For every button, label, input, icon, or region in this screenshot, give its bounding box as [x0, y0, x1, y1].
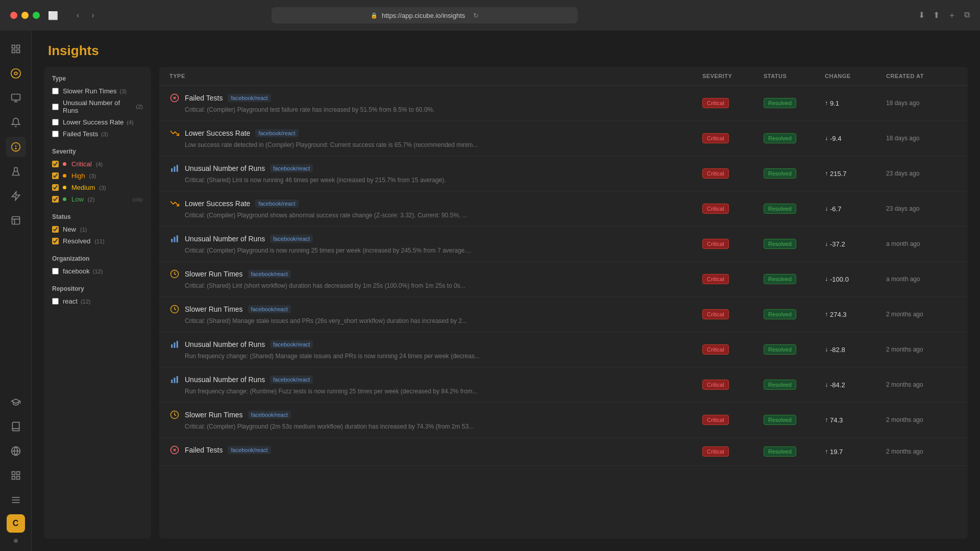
change-arrow-icon: ↓: [825, 205, 828, 212]
svg-rect-19: [12, 477, 15, 480]
table-row[interactable]: Unusual Number of Runs facebook/react Cr…: [159, 227, 968, 262]
severity-checkbox-high[interactable]: [52, 172, 59, 179]
filter-checkbox-failed-tests[interactable]: [52, 131, 59, 137]
severity-cell: Critical: [702, 168, 764, 179]
sidebar-item-logo[interactable]: [6, 63, 26, 84]
filter-item-unusual-runs[interactable]: Unusual Number of Runs (2): [52, 99, 143, 114]
filter-checkbox-unusual-runs[interactable]: [52, 104, 59, 110]
table-row[interactable]: Unusual Number of Runs facebook/react Ru…: [159, 332, 968, 367]
minimize-button[interactable]: [21, 12, 29, 19]
filter-checkbox-lower-success[interactable]: [52, 119, 59, 126]
table-row[interactable]: Unusual Number of Runs facebook/react Ru…: [159, 367, 968, 403]
table-row[interactable]: Slower Run Times facebook/react Critical…: [159, 297, 968, 332]
repo-tag: facebook/react: [248, 411, 291, 419]
svg-rect-38: [171, 380, 173, 383]
avatar[interactable]: C: [7, 514, 25, 533]
page-title: Insights: [48, 43, 964, 59]
severity-badge: Critical: [702, 446, 729, 457]
traffic-lights: [10, 12, 40, 19]
repo-tag: facebook/react: [248, 305, 291, 313]
row-type-cell: Lower Success Rate facebook/react Critic…: [169, 198, 702, 219]
maximize-button[interactable]: [33, 12, 40, 19]
severity-critical[interactable]: Critical (4): [52, 160, 143, 168]
svg-rect-12: [12, 217, 19, 224]
sidebar-item-packages[interactable]: [6, 39, 26, 59]
svg-rect-18: [16, 472, 19, 475]
row-type-header: Failed Tests facebook/react: [169, 93, 702, 103]
repo-tag: facebook/react: [270, 375, 313, 384]
sidebar-item-docs[interactable]: [6, 416, 26, 437]
unusual-runs-icon-2: [169, 234, 180, 244]
severity-label-high: High: [71, 172, 85, 180]
repo-tag: facebook/react: [228, 446, 271, 454]
filter-item-lower-success[interactable]: Lower Success Rate (4): [52, 118, 143, 126]
filter-item-facebook[interactable]: facebook (12): [52, 267, 143, 275]
sidebar-item-grid[interactable]: [6, 465, 26, 486]
slower-runs-icon: [169, 269, 180, 279]
forward-button[interactable]: ›: [87, 9, 98, 22]
org-filter-title: Organization: [52, 255, 143, 262]
change-arrow-icon: ↑: [825, 416, 828, 423]
filter-checkbox-slower-run-times[interactable]: [52, 88, 59, 94]
refresh-icon[interactable]: ↻: [473, 12, 479, 19]
filter-checkbox-facebook[interactable]: [52, 268, 59, 274]
row-type-header: Slower Run Times facebook/react: [169, 269, 702, 279]
close-button[interactable]: [10, 12, 17, 19]
share-icon[interactable]: ⬆: [933, 10, 940, 21]
row-type-cell: Failed Tests facebook/react Critical: (C…: [169, 93, 702, 113]
filter-item-slower-run-times[interactable]: Slower Run Times (3): [52, 87, 143, 95]
svg-rect-28: [174, 166, 176, 172]
change-cell: ↑ 19.7: [825, 448, 886, 456]
filter-checkbox-react[interactable]: [52, 298, 59, 305]
download-icon[interactable]: ⬇: [918, 10, 925, 21]
address-bar[interactable]: 🔒 https://app.cicube.io/insights ↻: [272, 7, 578, 23]
table-row[interactable]: Slower Run Times facebook/react Critical…: [159, 262, 968, 297]
status-resolved[interactable]: Resolved (11): [52, 237, 143, 245]
type-name: Failed Tests: [185, 446, 223, 454]
severity-only-low[interactable]: only: [133, 196, 143, 203]
sidebar-item-reports[interactable]: [6, 210, 26, 231]
table-body: Failed Tests facebook/react Critical: (C…: [159, 86, 968, 539]
sidebar-item-globe[interactable]: [6, 441, 26, 461]
unusual-runs-icon-3: [169, 339, 180, 349]
sidebar-toggle-icon[interactable]: ⬜: [48, 11, 58, 20]
table-row[interactable]: Slower Run Times facebook/react Critical…: [159, 403, 968, 438]
sidebar-item-graduation[interactable]: [6, 392, 26, 412]
new-tab-icon[interactable]: ＋: [948, 10, 956, 21]
table-row[interactable]: Lower Success Rate facebook/react Low su…: [159, 121, 968, 156]
status-new[interactable]: New (1): [52, 226, 143, 233]
status-checkbox-resolved[interactable]: [52, 238, 59, 244]
table-header: TYPE SEVERITY STATUS CHANGE CREATED AT: [159, 67, 968, 86]
tabs-icon[interactable]: ⧉: [964, 10, 970, 21]
row-type-cell: Unusual Number of Runs facebook/react Ru…: [169, 374, 702, 395]
table-row[interactable]: Failed Tests facebook/react Critical: (C…: [159, 86, 968, 121]
table-row[interactable]: Unusual Number of Runs facebook/react Cr…: [159, 156, 968, 191]
sidebar-item-monitor[interactable]: [6, 88, 26, 108]
sidebar-item-lab[interactable]: [6, 161, 26, 182]
status-cell: Resolved: [764, 168, 825, 179]
status-badge: Resolved: [764, 344, 796, 355]
sidebar-item-alerts[interactable]: [6, 112, 26, 133]
page-header: Insights: [32, 31, 980, 67]
severity-medium[interactable]: Medium (3): [52, 184, 143, 191]
change-arrow-icon: ↑: [825, 448, 828, 455]
row-description: Low success rate detected in (Compiler) …: [169, 141, 702, 148]
table-row[interactable]: Lower Success Rate facebook/react Critic…: [159, 191, 968, 227]
severity-low[interactable]: Low (2) only: [52, 195, 143, 203]
sidebar-item-settings[interactable]: [6, 490, 26, 510]
low-dot: [63, 197, 66, 201]
status-checkbox-new[interactable]: [52, 226, 59, 233]
filter-item-react[interactable]: react (12): [52, 297, 143, 305]
severity-checkbox-critical[interactable]: [52, 161, 59, 167]
slower-runs-icon-2: [169, 304, 180, 314]
sidebar-item-lightning[interactable]: [6, 186, 26, 206]
created-cell: 18 days ago: [886, 135, 958, 142]
svg-rect-35: [171, 344, 173, 348]
sidebar-item-insights[interactable]: [6, 137, 26, 157]
back-button[interactable]: ‹: [72, 9, 83, 22]
severity-checkbox-low[interactable]: [52, 196, 59, 203]
filter-item-failed-tests[interactable]: Failed Tests (3): [52, 130, 143, 138]
severity-checkbox-medium[interactable]: [52, 184, 59, 191]
severity-high[interactable]: High (3): [52, 172, 143, 180]
table-row[interactable]: Failed Tests facebook/react Critical Res…: [159, 438, 968, 466]
